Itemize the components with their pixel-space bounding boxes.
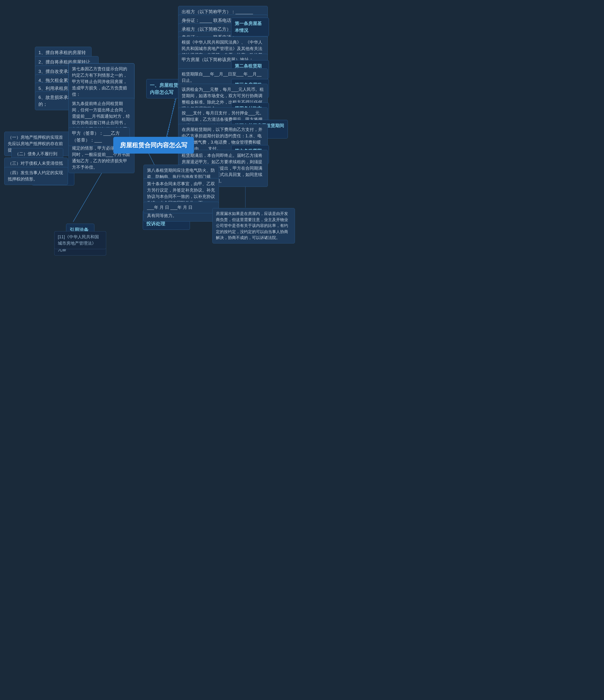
central-node: 房屋租赁合同内容怎么写 xyxy=(113,137,194,154)
law-ref-item-10: [11]《中华人民共和国城市房地产管理法》 xyxy=(54,231,106,249)
r14-node: ___年 月 日 ___年 月 日 xyxy=(144,202,219,213)
section-first-article: 第一条房屋基本情况 xyxy=(231,18,269,36)
r13-node: 第十条本合同未尽事宜，由甲、乙双方另行议定，并签定补充协议。补充协议与本合同不一… xyxy=(144,178,219,222)
m1-header-node: 第七条因乙方责任提示合同的约定乙方有下列情形之一的，甲方可终止合同并收回房屋，造… xyxy=(69,63,134,100)
mind-map: 房屋租赁合同内容怎么写 一、房屋租赁合同内容怎么写 二、房地产抵押权实现的条件是… xyxy=(0,0,604,700)
l5-node: （四）发生当事人约定的实现抵押权的情形。 xyxy=(4,167,68,185)
r15-node: 房屋漏水如果是在房屋内，应该是由开发商负责，但这里需要注意，业主及开物业公司管中… xyxy=(212,208,295,244)
